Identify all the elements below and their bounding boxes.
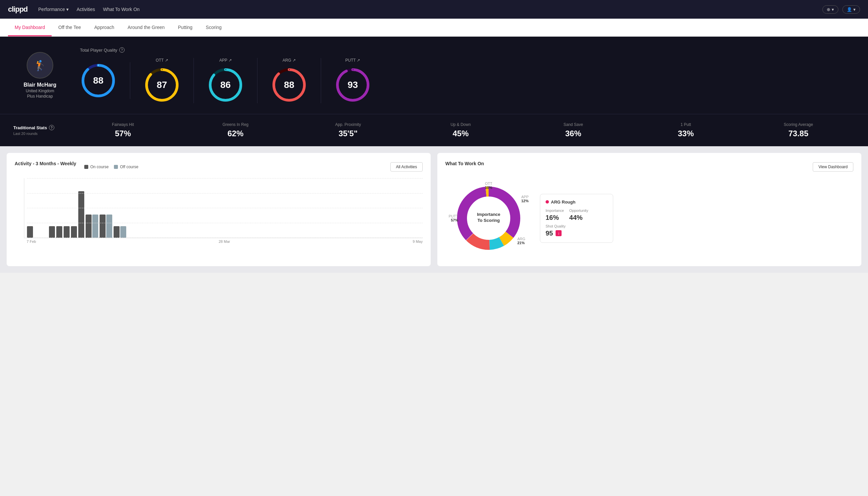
bar-group-5 bbox=[64, 226, 69, 238]
donut-label-ott: OTT 10% bbox=[485, 182, 492, 189]
all-activities-button[interactable]: All Activities bbox=[390, 162, 423, 172]
what-to-work-on-header: What To Work On View Dashboard bbox=[445, 161, 853, 173]
stats-title: Traditional Stats ? bbox=[13, 125, 67, 130]
score-putt-value: 93 bbox=[347, 80, 358, 90]
legend-on-course: On course bbox=[84, 165, 109, 169]
stat-proximity-value: 35'5" bbox=[292, 129, 404, 138]
bar-group-9 bbox=[99, 215, 112, 238]
score-ott: OTT ↗ 87 bbox=[130, 58, 194, 103]
bottom-section: Activity - 3 Months - Weekly On course O… bbox=[0, 146, 868, 273]
user-chevron-icon: ▾ bbox=[853, 7, 856, 12]
bar-group-2 bbox=[42, 237, 48, 238]
grid-line-2 bbox=[27, 208, 423, 208]
player-handicap: Plus Handicap bbox=[27, 94, 53, 98]
tab-approach[interactable]: Approach bbox=[88, 19, 121, 36]
shot-quality-group: Shot Quality 95 ↓ bbox=[546, 224, 566, 237]
player-name: Blair McHarg bbox=[23, 82, 57, 88]
tab-off-the-tee[interactable]: Off the Tee bbox=[52, 19, 88, 36]
activity-card-title: Activity - 3 Months - Weekly bbox=[15, 161, 76, 166]
ring-app: 86 bbox=[207, 67, 244, 103]
top-nav: clippd Performance ▾ Activities What To … bbox=[0, 0, 868, 19]
bar-on-10 bbox=[114, 226, 120, 238]
bar-group-0 bbox=[27, 226, 33, 238]
chart-x-labels: 7 Feb 28 Mar 9 May bbox=[24, 238, 423, 244]
bar-on-0 bbox=[27, 226, 33, 238]
donut-label-arg: ARG 21% bbox=[517, 237, 525, 245]
player-country: United Kingdom bbox=[26, 89, 54, 93]
tab-scoring[interactable]: Scoring bbox=[199, 19, 228, 36]
shot-quality-value: 95 bbox=[546, 230, 553, 237]
bar-on-4 bbox=[56, 226, 62, 238]
nav-performance[interactable]: Performance ▾ bbox=[38, 7, 68, 12]
bar-group-3 bbox=[49, 226, 55, 238]
donut-label-app: APP 12% bbox=[521, 195, 528, 203]
score-arg: ARG ↗ 88 bbox=[257, 58, 321, 103]
bar-on-6 bbox=[71, 226, 77, 238]
bar-on-9 bbox=[99, 215, 106, 238]
stat-updown-value: 45% bbox=[404, 129, 517, 138]
tab-my-dashboard[interactable]: My Dashboard bbox=[8, 19, 52, 36]
ring-ott: 87 bbox=[144, 67, 180, 103]
info-card-title: ARG Rough bbox=[546, 200, 607, 204]
shot-quality-row: Shot Quality 95 ↓ bbox=[546, 224, 607, 237]
stat-proximity: App. Proximity 35'5" bbox=[292, 122, 404, 138]
bar-group-10 bbox=[114, 226, 126, 238]
stat-1putt: 1 Putt 33% bbox=[630, 122, 742, 138]
stat-scoring: Scoring Average 73.85 bbox=[742, 122, 855, 138]
info-opportunity: Opportunity 44% bbox=[569, 208, 588, 221]
score-total-value: 88 bbox=[93, 75, 103, 86]
score-arg-label: ARG ↗ bbox=[282, 58, 296, 63]
add-chevron-icon: ▾ bbox=[832, 7, 834, 12]
view-dashboard-button[interactable]: View Dashboard bbox=[813, 162, 853, 172]
score-app-label: APP ↗ bbox=[219, 58, 232, 63]
stat-1putt-value: 33% bbox=[630, 129, 742, 138]
stats-sublabel: Last 20 rounds bbox=[13, 131, 67, 136]
stat-sandsave-value: 36% bbox=[517, 129, 630, 138]
scores-header: Total Player Quality ? bbox=[80, 47, 855, 52]
what-to-work-on-title: What To Work On bbox=[445, 161, 484, 166]
score-putt-label: PUTT ↗ bbox=[345, 58, 360, 63]
scores-grid: 88 OTT ↗ 87 A bbox=[80, 58, 855, 103]
score-arg-value: 88 bbox=[284, 80, 294, 90]
stat-updown: Up & Down 45% bbox=[404, 122, 517, 138]
user-icon: 👤 bbox=[847, 7, 852, 12]
add-button[interactable]: ⊕ ▾ bbox=[822, 5, 838, 14]
ring-total: 88 bbox=[80, 62, 116, 99]
nav-activities-label: Activities bbox=[77, 7, 95, 12]
plus-icon: ⊕ bbox=[827, 7, 830, 12]
stats-help-icon[interactable]: ? bbox=[49, 125, 54, 130]
legend-off-label: Off course bbox=[120, 165, 138, 169]
nav-activities[interactable]: Activities bbox=[77, 7, 95, 12]
score-app-value: 86 bbox=[220, 80, 231, 90]
hero-section: 🏌️ Blair McHarg United Kingdom Plus Hand… bbox=[0, 37, 868, 114]
bar-on-7 bbox=[78, 191, 84, 238]
total-quality-label: Total Player Quality bbox=[80, 48, 117, 52]
legend-off-course: Off course bbox=[114, 165, 138, 169]
shot-quality-badge: ↓ bbox=[556, 230, 562, 236]
score-ott-value: 87 bbox=[157, 80, 167, 90]
chevron-down-icon: ▾ bbox=[66, 7, 68, 12]
stat-fairways-value: 57% bbox=[67, 129, 179, 138]
x-label-2: 9 May bbox=[413, 239, 423, 244]
x-label-0: 7 Feb bbox=[27, 239, 36, 244]
scores-section: Total Player Quality ? 88 OTT ↗ bbox=[80, 47, 855, 103]
user-button[interactable]: 👤 ▾ bbox=[842, 5, 860, 14]
help-icon[interactable]: ? bbox=[119, 47, 125, 52]
stat-scoring-value: 73.85 bbox=[742, 129, 855, 138]
score-ott-label: OTT ↗ bbox=[156, 58, 168, 63]
grid-line-3 bbox=[27, 193, 423, 193]
tab-putting[interactable]: Putting bbox=[171, 19, 199, 36]
info-importance-value: 16% bbox=[546, 214, 564, 221]
ring-putt: 93 bbox=[334, 67, 371, 103]
nav-what-to-work-on[interactable]: What To Work On bbox=[103, 7, 140, 12]
logo[interactable]: clippd bbox=[8, 5, 28, 14]
avatar: 🏌️ bbox=[27, 52, 53, 79]
bar-on-5 bbox=[64, 226, 69, 238]
info-opportunity-value: 44% bbox=[569, 214, 588, 221]
donut-center: Importance To Scoring bbox=[477, 212, 500, 223]
tab-around-the-green[interactable]: Around the Green bbox=[121, 19, 171, 36]
score-app: APP ↗ 86 bbox=[194, 58, 257, 103]
nav-right: ⊕ ▾ 👤 ▾ bbox=[822, 5, 860, 14]
bar-group-7 bbox=[78, 191, 84, 238]
activity-card: Activity - 3 Months - Weekly On course O… bbox=[7, 153, 431, 266]
